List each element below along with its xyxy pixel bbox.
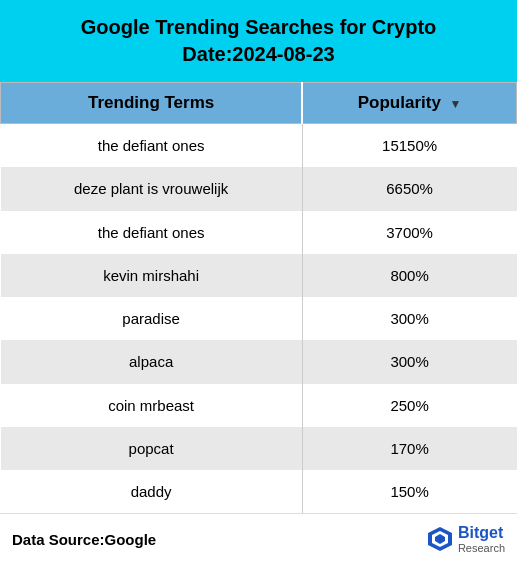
cell-term: the defiant ones xyxy=(1,124,303,168)
cell-popularity: 300% xyxy=(302,297,516,340)
cell-popularity: 800% xyxy=(302,254,516,297)
table-row: the defiant ones3700% xyxy=(1,211,517,254)
cell-term: daddy xyxy=(1,470,303,513)
data-source-label: Data Source:Google xyxy=(12,531,156,548)
cell-term: deze plant is vrouwelijk xyxy=(1,167,303,210)
cell-term: popcat xyxy=(1,427,303,470)
cell-popularity: 250% xyxy=(302,384,516,427)
cell-term: paradise xyxy=(1,297,303,340)
bitget-text: Bitget Research xyxy=(458,524,505,554)
cell-popularity: 3700% xyxy=(302,211,516,254)
cell-term: the defiant ones xyxy=(1,211,303,254)
header-line2: Date:2024-08-23 xyxy=(182,43,334,65)
table-row: kevin mirshahi800% xyxy=(1,254,517,297)
table-row: daddy150% xyxy=(1,470,517,513)
col-header-term: Trending Terms xyxy=(1,83,303,124)
table-row: the defiant ones15150% xyxy=(1,124,517,168)
cell-term: alpaca xyxy=(1,340,303,383)
bitget-sub: Research xyxy=(458,542,505,554)
cell-term: kevin mirshahi xyxy=(1,254,303,297)
trending-table: Trending Terms Popularity ▼ the defiant … xyxy=(0,82,517,513)
table-row: alpaca300% xyxy=(1,340,517,383)
table-row: deze plant is vrouwelijk6650% xyxy=(1,167,517,210)
header-line1: Google Trending Searches for Crypto xyxy=(81,16,437,38)
table-row: paradise300% xyxy=(1,297,517,340)
bitget-brand: Bitget Research xyxy=(426,524,505,554)
cell-popularity: 6650% xyxy=(302,167,516,210)
cell-popularity: 170% xyxy=(302,427,516,470)
cell-popularity: 150% xyxy=(302,470,516,513)
page-header: Google Trending Searches for Crypto Date… xyxy=(0,0,517,82)
bitget-icon xyxy=(426,525,454,553)
table-row: coin mrbeast250% xyxy=(1,384,517,427)
sort-arrow-icon: ▼ xyxy=(450,97,462,111)
cell-popularity: 15150% xyxy=(302,124,516,168)
cell-popularity: 300% xyxy=(302,340,516,383)
col-header-popularity[interactable]: Popularity ▼ xyxy=(302,83,516,124)
table-row: popcat170% xyxy=(1,427,517,470)
bitget-name: Bitget xyxy=(458,524,503,542)
footer: Data Source:Google Bitget Research xyxy=(0,513,517,564)
cell-term: coin mrbeast xyxy=(1,384,303,427)
